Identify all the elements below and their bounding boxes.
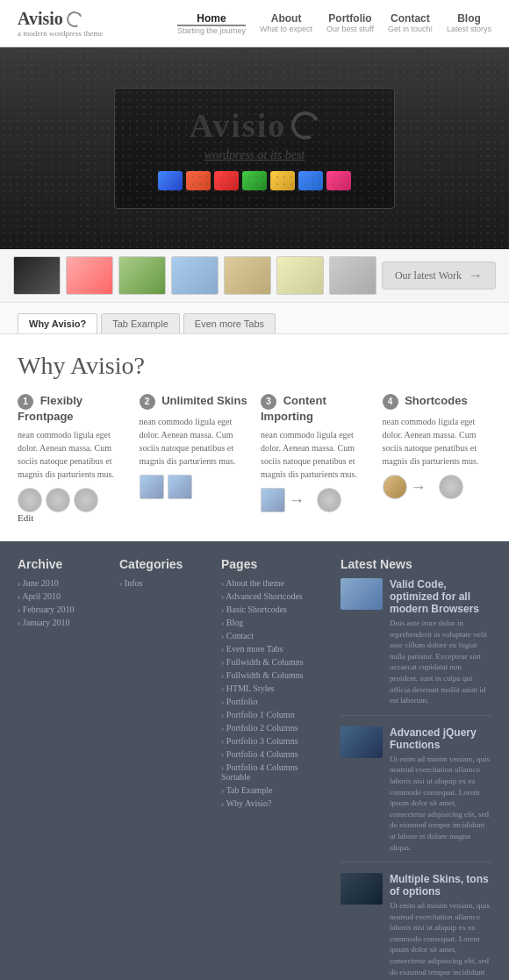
footer: Archive June 2010 April 2010 February 20…	[0, 541, 509, 980]
page-2[interactable]: Basic Shortcodes	[221, 604, 326, 614]
logo-refresh-icon	[64, 9, 84, 29]
hero-icon-1	[186, 171, 211, 190]
main-content: Why Avisio? 1 Flexibly Frontpage nean co…	[0, 334, 509, 541]
nav-about[interactable]: About What to expect	[260, 12, 312, 35]
page-9[interactable]: Portfolio	[221, 697, 326, 706]
page-10[interactable]: Portfolio 1 Column	[221, 710, 326, 719]
news-text-2: Ut enim ad minim veniam, quis nostrud ex…	[390, 900, 491, 980]
feature-3-label: Shortcodes	[405, 394, 468, 407]
feature-1-num: 2	[140, 394, 155, 410]
feature-0: 1 Flexibly Frontpage nean commodo ligula…	[18, 394, 127, 512]
feature-2-num: 3	[261, 394, 276, 410]
news-content-0: Valid Code, optimized for all modern Bro…	[390, 578, 491, 706]
arrow-icon-2: →	[411, 475, 435, 499]
hero-icon-2	[214, 171, 239, 190]
page-3[interactable]: Blog	[221, 618, 326, 627]
portfolio-thumb-3[interactable]	[171, 256, 219, 295]
feature-3: 4 Shortcodes nean commodo ligula eget do…	[383, 394, 492, 512]
feature-1-title: 2 Unlimited Skins	[140, 394, 249, 410]
feature-2-text: nean commodo ligula eget dolor. Aenean m…	[261, 428, 370, 481]
hero-inner: Avisio wordpress at its best	[114, 88, 395, 209]
page-8[interactable]: HTML Styles	[221, 683, 326, 693]
footer-categories-col: Categories Infos	[119, 557, 207, 980]
footer-pages-col: Pages About the theme Advanced Shortcode…	[221, 557, 326, 980]
archive-item-1[interactable]: April 2010	[18, 591, 105, 601]
feature-1-label: Unlimited Skins	[161, 394, 247, 407]
tab-why-avisio[interactable]: Why Avisio?	[18, 313, 97, 333]
news-title-2: Multiple Skins, tons of options	[390, 873, 491, 898]
tabs-bar: Why Avisio? Tab Example Even more Tabs	[0, 303, 509, 334]
screen-icon	[140, 475, 164, 499]
logo-title[interactable]: Avisio	[18, 9, 103, 29]
nav-portfolio[interactable]: Portfolio Our best stuff	[326, 12, 374, 35]
portfolio-thumb-2[interactable]	[118, 256, 166, 295]
hero-icon-5	[298, 171, 323, 190]
nav-contact[interactable]: Contact Get in touch!	[388, 12, 433, 35]
archive-title: Archive	[18, 557, 105, 571]
feature-3-title: 4 Shortcodes	[383, 394, 492, 410]
page-1[interactable]: Advanced Shortcodes	[221, 591, 326, 601]
portfolio-thumb-1[interactable]	[66, 256, 113, 295]
category-infos[interactable]: Infos	[119, 578, 207, 588]
logo-area: Avisio a modern wordpress theme	[18, 9, 103, 38]
arrow-icon: →	[289, 488, 313, 512]
page-12[interactable]: Portfolio 3 Columns	[221, 736, 326, 746]
portfolio-strip: Our latest Work →	[0, 249, 509, 303]
edit-link[interactable]: Edit	[18, 512, 33, 523]
pages-title: Pages	[221, 557, 326, 571]
page-14[interactable]: Portfolio 4 Columns Sortable	[221, 762, 326, 782]
hero-icon-6	[326, 171, 351, 190]
tab-more-tabs[interactable]: Even more Tabs	[183, 313, 276, 333]
feature-0-title: 1 Flexibly Frontpage	[18, 394, 127, 423]
feature-1-icons	[140, 475, 249, 499]
news-thumb-1	[341, 726, 383, 758]
main-nav: Home Starting the journey About What to …	[177, 12, 491, 35]
logo-text: Avisio	[18, 9, 63, 29]
portfolio-thumb-0[interactable]	[13, 256, 61, 295]
latest-work-button[interactable]: Our latest Work →	[382, 261, 496, 290]
archive-item-3[interactable]: January 2010	[18, 618, 105, 627]
hero-logo: Avisio	[150, 106, 359, 145]
feature-2: 3 Content Importing nean commodo ligula …	[261, 394, 370, 512]
page-6[interactable]: Fullwidth & Columns	[221, 657, 326, 667]
feature-0-text: nean commodo ligula eget dolor. Aenean m…	[18, 428, 127, 481]
footer-archive-col: Archive June 2010 April 2010 February 20…	[18, 557, 105, 980]
hero-subtitle: wordpress at its best	[150, 148, 359, 162]
news-item-1: Advanced jQuery Functions Ut enim ad min…	[341, 726, 491, 862]
latest-news-title: Latest News	[341, 557, 491, 571]
page-11[interactable]: Portfolio 2 Columns	[221, 723, 326, 733]
portfolio-thumb-5[interactable]	[276, 256, 324, 295]
news-text-1: Ut enim ad minim veniam, quis nostrud ex…	[390, 754, 491, 853]
section-title: Why Avisio?	[18, 352, 491, 380]
header: Avisio a modern wordpress theme Home Sta…	[0, 0, 509, 47]
portfolio-thumb-4[interactable]	[224, 256, 271, 295]
page-15[interactable]: Tab Example	[221, 785, 326, 795]
hero-icon-4	[270, 171, 295, 190]
code-icon	[439, 475, 463, 499]
nav-blog[interactable]: Blog Latest storys	[447, 12, 491, 35]
hero-logo-icon	[288, 107, 324, 143]
categories-title: Categories	[119, 557, 207, 571]
page-4[interactable]: Contact	[221, 631, 326, 640]
gear-icon	[18, 488, 42, 512]
page-5[interactable]: Even more Tabs	[221, 644, 326, 654]
feature-0-icons	[18, 488, 127, 512]
hero-icon-0	[158, 171, 183, 190]
news-thumb-0	[341, 578, 383, 610]
archive-item-2[interactable]: February 2010	[18, 604, 105, 614]
tab-example[interactable]: Tab Example	[101, 313, 180, 333]
latest-work-label: Our latest Work	[395, 269, 462, 283]
page-13[interactable]: Portfolio 4 Columns	[221, 749, 326, 759]
import-icon	[261, 488, 285, 512]
page-0[interactable]: About the theme	[221, 578, 326, 588]
screen-icon-2	[168, 475, 192, 499]
page-16[interactable]: Why Avisio?	[221, 798, 326, 808]
footer-news-col: Latest News Valid Code, optimized for al…	[341, 557, 491, 980]
feature-1-text: nean commodo ligula eget dolor. Aenean m…	[140, 415, 249, 468]
logo-subtitle: a modern wordpress theme	[18, 29, 103, 38]
hero-icon-3	[242, 171, 267, 190]
archive-item-0[interactable]: June 2010	[18, 578, 105, 588]
portfolio-thumb-6[interactable]	[329, 256, 376, 295]
nav-home[interactable]: Home Starting the journey	[177, 12, 246, 35]
page-7[interactable]: Fullwidth & Columns	[221, 670, 326, 680]
